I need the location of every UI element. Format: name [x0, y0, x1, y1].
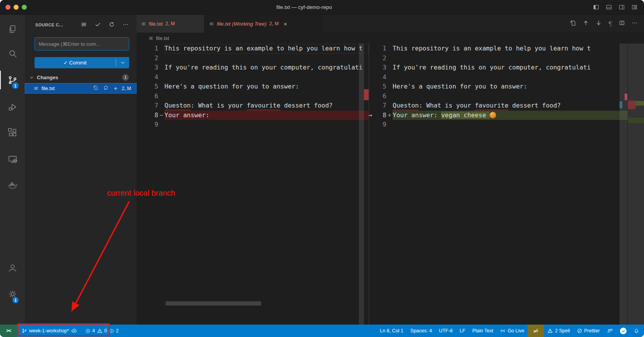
line-content [164, 92, 369, 101]
diff-sign [386, 120, 393, 130]
docker-icon[interactable] [0, 176, 25, 195]
split-editor-icon[interactable] [619, 20, 625, 28]
feedback-item[interactable] [603, 325, 616, 337]
file-status-badge: 2, M [122, 86, 131, 91]
line-number: 2 [137, 54, 158, 63]
line-number: 5 [137, 82, 158, 92]
close-tab-icon[interactable]: × [284, 21, 287, 27]
tab-bar: file.txt 2, M file.txt (Working Tree) 2,… [137, 15, 644, 33]
next-change-icon[interactable] [596, 20, 602, 28]
prettier-item[interactable]: Prettier [573, 325, 603, 337]
accounts-icon[interactable] [0, 259, 25, 277]
tab-file-working-tree[interactable]: file.txt (Working Tree) 2, M × [204, 15, 322, 33]
encoding[interactable]: UTF-8 [435, 325, 456, 337]
broadcast-icon [500, 328, 506, 334]
eye-off-icon [533, 328, 539, 334]
view-as-list-icon[interactable] [81, 21, 87, 29]
line-number: 6 [137, 92, 158, 101]
commit-dropdown-chevron[interactable] [116, 61, 129, 65]
toggle-primary-sidebar-icon[interactable] [593, 4, 599, 10]
code-line-2: 2 [137, 54, 369, 63]
changed-file-row[interactable]: file.txt + 2, M [25, 83, 137, 94]
eol-sequence[interactable]: LF [456, 325, 469, 337]
diff-sign [386, 101, 393, 111]
vscode-window: file.txt — cyf-demo-repo [0, 0, 644, 337]
status-check-item[interactable] [616, 325, 630, 337]
stage-changes-icon[interactable]: + [114, 86, 117, 91]
language-mode[interactable]: Plain Text [469, 325, 497, 337]
overview-modified-marker [625, 94, 627, 100]
changes-count-badge: 1 [122, 74, 129, 81]
line-number: 4 [369, 73, 386, 82]
check-circle-icon [620, 328, 627, 334]
code-line-4: 4 [137, 73, 369, 82]
diff-original-pane[interactable]: 1This repository is an example to help y… [137, 43, 369, 325]
diff-modified-pane[interactable]: 1This repository is an example to help y… [369, 43, 644, 325]
chevron-down-icon [29, 75, 34, 80]
open-file-icon[interactable] [570, 20, 576, 28]
remote-explorer-icon[interactable] [0, 150, 25, 168]
commit-message-input[interactable] [35, 37, 129, 50]
code-line-9: 9 [137, 120, 369, 130]
toggle-secondary-sidebar-icon[interactable] [618, 4, 625, 10]
minimap[interactable] [628, 43, 644, 325]
discard-changes-icon[interactable] [103, 85, 109, 92]
diff-sign [386, 63, 393, 73]
open-file-icon[interactable] [93, 85, 98, 92]
commit-button[interactable]: ✓ Commit [35, 57, 129, 68]
text-file-icon [141, 21, 146, 26]
window-title: file.txt — cyf-demo-repo [0, 0, 644, 15]
tab-label: file.txt [149, 21, 163, 27]
left-scrollbar[interactable] [359, 43, 364, 325]
right-scrollbar[interactable] [620, 43, 627, 325]
tab-file[interactable]: file.txt 2, M [137, 15, 204, 33]
exploding-head-emoji [490, 112, 496, 118]
line-number: 9 [369, 120, 386, 130]
titlebar: file.txt — cyf-demo-repo [0, 0, 644, 15]
breadcrumb[interactable]: file.txt [137, 33, 644, 43]
more-actions-icon[interactable] [632, 20, 638, 28]
diff-sign [158, 82, 164, 92]
line-content [393, 73, 628, 82]
overview-removed-marker [364, 89, 369, 100]
minimap-added-line-marker [628, 118, 644, 123]
diff-sign [158, 120, 164, 130]
text-file-icon [209, 21, 214, 26]
explorer-icon[interactable] [0, 20, 25, 38]
customize-layout-icon[interactable] [631, 4, 638, 10]
cursor-position[interactable]: Ln 8, Col 1 [376, 325, 407, 337]
minimap-removed-marker [628, 101, 635, 109]
code-text: : What is your [419, 102, 475, 109]
diff-sign [386, 44, 393, 54]
whitespace-toggle-icon[interactable]: ¶ [608, 20, 612, 28]
source-control-sidebar: SOURCE C... ✓ [25, 15, 137, 325]
go-live-item[interactable]: Go Live [497, 325, 528, 337]
toggle-panel-icon[interactable] [606, 4, 612, 10]
feedback-person-icon [607, 328, 613, 334]
notifications-item[interactable] [630, 325, 644, 337]
line-number: 2 [369, 54, 386, 63]
tab-problem-badge: 2, M [165, 21, 175, 26]
line-number: 3 [137, 63, 158, 73]
changes-label: Changes [37, 75, 120, 80]
bell-icon [634, 328, 639, 334]
search-icon[interactable] [0, 44, 25, 63]
remote-indicator[interactable]: >< [0, 325, 17, 337]
diff-revert-arrow-icon[interactable]: → [365, 110, 375, 120]
code-text: dessert food? [280, 102, 333, 109]
previous-change-icon[interactable] [583, 20, 589, 28]
changes-section-header[interactable]: Changes 1 [25, 72, 137, 82]
annotation-highlight-box [17, 323, 110, 336]
run-debug-icon[interactable] [0, 97, 25, 116]
line-content [164, 120, 369, 130]
diff-sign [158, 73, 164, 82]
eye-closed-item[interactable] [528, 325, 544, 337]
more-actions-icon[interactable] [123, 21, 129, 29]
source-control-badge: 1 [12, 82, 19, 89]
refresh-icon[interactable] [109, 21, 115, 29]
spell-checker-item[interactable]: 2 Spell [544, 325, 573, 337]
indentation[interactable]: Spaces: 4 [407, 325, 436, 337]
horizontal-scrollbar[interactable] [166, 301, 261, 306]
commit-check-icon[interactable] [95, 21, 101, 29]
extensions-icon[interactable] [0, 123, 25, 142]
